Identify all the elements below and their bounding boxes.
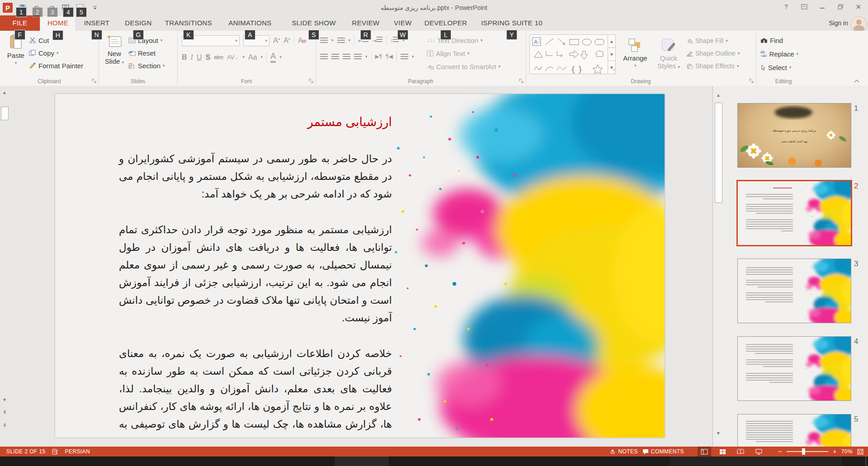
section-icon	[128, 63, 136, 69]
group-editing: Find ab⤷ac Replace▾ Select▾ Editing	[756, 31, 811, 85]
thumbnails-scrollbar-thumb[interactable]	[715, 103, 722, 203]
tab-view[interactable]: VIEW W	[386, 15, 420, 31]
restore-icon[interactable]	[833, 1, 848, 13]
previous-slide-icon[interactable]: ⇞	[1, 409, 8, 416]
slide-canvas[interactable]: ارزشیابی مستمر در حال حاضر به طور رسمی د…	[55, 94, 665, 438]
convert-to-smartart-button[interactable]: Convert to SmartArt▾	[427, 61, 500, 72]
shrink-font-icon[interactable]: A▾	[283, 37, 290, 45]
tab-review[interactable]: REVIEW R	[345, 15, 386, 31]
ribbon-display-options-icon[interactable]	[797, 1, 812, 13]
font-color-icon[interactable]: A	[270, 52, 276, 63]
font-dialog-launcher-icon[interactable]	[309, 79, 314, 84]
shape-effects-button[interactable]: Shape Effects▾	[686, 61, 740, 71]
close-icon[interactable]	[851, 1, 866, 13]
columns-icon[interactable]	[401, 54, 408, 60]
scroll-down-icon[interactable]: ▼	[1, 396, 8, 403]
rtl-paragraph-icon[interactable]: ¶◀	[386, 53, 393, 60]
next-slide-icon[interactable]: ⇟	[1, 421, 8, 428]
slide-thumbnail-4[interactable]	[737, 336, 851, 401]
shapes-scroll-up-icon[interactable]: ▲	[608, 35, 615, 47]
tab-home[interactable]: HOME H	[40, 15, 76, 31]
shapes-scroll-down-icon[interactable]: ▼	[608, 47, 615, 61]
slide-indicator[interactable]: SLIDE 2 OF 15	[6, 448, 46, 455]
zoom-out-button[interactable]: −	[778, 449, 782, 454]
thumbnails-scroll-down-icon[interactable]: ▼	[715, 429, 722, 437]
align-text-button[interactable]: Align Text▾	[427, 47, 500, 59]
show-desktop-edge[interactable]	[865, 457, 866, 466]
sign-in-link[interactable]: Sign in	[829, 15, 848, 31]
slide-thumbnail-3[interactable]	[737, 259, 851, 323]
tab-transitions[interactable]: TRANSITIONS K	[159, 15, 218, 31]
help-icon[interactable]: ?	[778, 1, 794, 13]
replace-icon: ab⤷ac	[760, 50, 767, 57]
drawing-dialog-launcher-icon[interactable]	[749, 79, 755, 84]
underline-icon[interactable]: U	[197, 53, 202, 61]
keytip-insert: N	[92, 30, 102, 39]
align-left-icon[interactable]	[320, 54, 328, 60]
comments-button[interactable]: COMMENTS	[642, 448, 684, 455]
tab-developer[interactable]: DEVELOPER L	[420, 15, 472, 31]
fit-slide-to-window-icon[interactable]	[857, 449, 863, 455]
numbering-icon[interactable]	[337, 38, 345, 43]
thumbnails-scroll-up-icon[interactable]: ▲	[715, 91, 722, 99]
increase-indent-icon[interactable]: ⇥	[372, 37, 382, 44]
align-center-icon[interactable]	[331, 54, 339, 60]
zoom-in-button[interactable]: +	[833, 449, 837, 454]
shapes-more-icon[interactable]: ▼̲	[608, 61, 615, 74]
tab-file[interactable]: FILE F	[0, 15, 40, 31]
status-bar: SLIDE 2 OF 15 PERSIAN NOTES COMMENTS −	[0, 447, 868, 457]
account-avatar[interactable]	[851, 16, 867, 33]
select-button[interactable]: Select▾	[760, 61, 811, 73]
zoom-level[interactable]: 70%	[841, 448, 853, 455]
zoom-slider[interactable]	[787, 451, 828, 452]
replace-button[interactable]: ab⤷ac Replace▾	[760, 48, 811, 60]
paragraph-dialog-launcher-icon[interactable]	[519, 79, 524, 84]
format-painter-button[interactable]: Format Painter	[29, 60, 83, 71]
slide-sorter-view-button[interactable]	[716, 447, 729, 457]
bold-icon[interactable]: B	[182, 53, 187, 61]
scroll-up-icon[interactable]: ▲	[1, 89, 8, 96]
arrange-button[interactable]: Arrange ▾	[619, 34, 651, 81]
align-right-icon[interactable]	[343, 54, 350, 60]
clipboard-dialog-launcher-icon[interactable]	[92, 79, 97, 84]
zoom-slider-thumb[interactable]	[802, 448, 805, 455]
find-button[interactable]: Find	[760, 34, 811, 46]
windows-taskbar[interactable]	[0, 457, 868, 466]
normal-view-button[interactable]	[698, 447, 711, 457]
bullets-icon[interactable]	[320, 38, 328, 43]
text-direction-button[interactable]: ↓↓↓ Text Direction▾	[427, 34, 500, 46]
slide-thumbnail-1[interactable]: برنامه ریزی درسی دوره متوسطه تهیه کننده …	[737, 103, 851, 168]
tab-slide-show[interactable]: SLIDE SHOW S	[282, 15, 345, 31]
tab-animations[interactable]: ANIMATIONS A	[218, 15, 282, 31]
shape-fill-button[interactable]: Shape Fill▾	[686, 35, 740, 46]
collapse-ribbon-icon[interactable]	[854, 79, 860, 83]
reset-button[interactable]: Reset	[128, 47, 165, 59]
ltr-paragraph-icon[interactable]: ▶¶	[375, 53, 382, 60]
language-indicator[interactable]: PERSIAN	[65, 448, 90, 455]
text-shadow-icon[interactable]: S	[205, 53, 210, 61]
character-spacing-icon[interactable]: AV↔	[227, 54, 239, 61]
justify-icon[interactable]	[354, 54, 362, 60]
change-case-icon[interactable]: Aa	[248, 53, 257, 61]
spell-check-icon[interactable]	[52, 448, 59, 455]
clear-formatting-icon[interactable]: A	[298, 37, 306, 45]
slide-show-view-button[interactable]	[752, 447, 765, 457]
strikethrough-icon[interactable]: abc	[214, 54, 223, 61]
italic-icon[interactable]: I	[191, 53, 193, 61]
tab-insert[interactable]: INSERT N	[76, 15, 118, 31]
grow-font-icon[interactable]: A▴	[273, 36, 280, 45]
copy-button[interactable]: Copy▾	[29, 47, 83, 59]
new-slide-button[interactable]: NewSlide ▾	[100, 31, 128, 78]
scrollbar-thumb[interactable]	[1, 107, 9, 120]
reading-view-button[interactable]	[734, 447, 747, 457]
quick-styles-button[interactable]: QuickStyles ▾	[655, 34, 683, 81]
slide-text-block[interactable]: ارزشیابی مستمر در حال حاضر به طور رسمی د…	[119, 115, 392, 438]
minimize-icon[interactable]	[815, 1, 830, 13]
shape-outline-button[interactable]: Shape Outline▾	[686, 48, 740, 59]
notes-button[interactable]: NOTES	[609, 448, 637, 455]
shape-gallery[interactable]: A { }	[529, 34, 616, 74]
tab-ispring-suite[interactable]: ISPRING SUITE 10 Y	[472, 15, 552, 31]
slide-thumbnail-2[interactable]	[736, 180, 852, 246]
tab-design[interactable]: DESIGN G	[118, 15, 159, 31]
section-button[interactable]: Section▾	[128, 60, 165, 71]
